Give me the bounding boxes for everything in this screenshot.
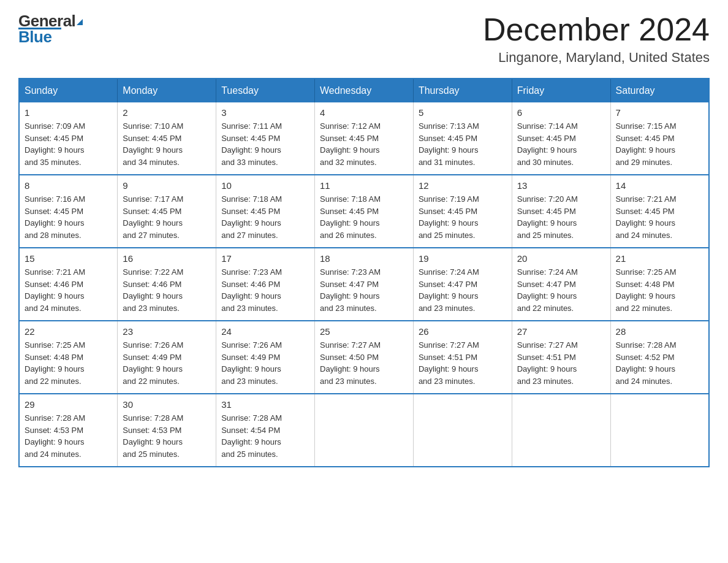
- col-thursday: Thursday: [413, 79, 512, 102]
- col-friday: Friday: [512, 79, 610, 102]
- day-number: 8: [25, 180, 112, 191]
- day-info: Sunrise: 7:26 AM Sunset: 4:49 PM Dayligh…: [221, 339, 309, 387]
- table-row: [610, 394, 709, 467]
- day-info: Sunrise: 7:15 AM Sunset: 4:45 PM Dayligh…: [616, 120, 703, 168]
- day-number: 22: [25, 326, 112, 337]
- day-info: Sunrise: 7:22 AM Sunset: 4:46 PM Dayligh…: [123, 266, 211, 314]
- col-wednesday: Wednesday: [315, 79, 414, 102]
- calendar-header-row: Sunday Monday Tuesday Wednesday Thursday…: [19, 79, 709, 102]
- table-row: 24 Sunrise: 7:26 AM Sunset: 4:49 PM Dayl…: [216, 321, 315, 394]
- day-info: Sunrise: 7:24 AM Sunset: 4:47 PM Dayligh…: [419, 266, 507, 314]
- day-number: 9: [123, 180, 211, 191]
- table-row: 2 Sunrise: 7:10 AM Sunset: 4:45 PM Dayli…: [118, 102, 216, 175]
- day-number: 5: [419, 107, 507, 118]
- table-row: 1 Sunrise: 7:09 AM Sunset: 4:45 PM Dayli…: [19, 102, 118, 175]
- day-info: Sunrise: 7:12 AM Sunset: 4:45 PM Dayligh…: [320, 120, 408, 168]
- day-number: 14: [616, 180, 703, 191]
- day-info: Sunrise: 7:18 AM Sunset: 4:45 PM Dayligh…: [221, 193, 309, 241]
- table-row: 19 Sunrise: 7:24 AM Sunset: 4:47 PM Dayl…: [413, 248, 512, 321]
- day-info: Sunrise: 7:23 AM Sunset: 4:47 PM Dayligh…: [320, 266, 408, 314]
- day-info: Sunrise: 7:21 AM Sunset: 4:45 PM Dayligh…: [616, 193, 703, 241]
- table-row: 14 Sunrise: 7:21 AM Sunset: 4:45 PM Dayl…: [610, 175, 709, 248]
- day-number: 12: [419, 180, 507, 191]
- table-row: 20 Sunrise: 7:24 AM Sunset: 4:47 PM Dayl…: [512, 248, 610, 321]
- day-number: 7: [616, 107, 703, 118]
- day-number: 29: [25, 399, 112, 410]
- table-row: 15 Sunrise: 7:21 AM Sunset: 4:46 PM Dayl…: [19, 248, 118, 321]
- table-row: 10 Sunrise: 7:18 AM Sunset: 4:45 PM Dayl…: [216, 175, 315, 248]
- table-row: 13 Sunrise: 7:20 AM Sunset: 4:45 PM Dayl…: [512, 175, 610, 248]
- day-info: Sunrise: 7:28 AM Sunset: 4:53 PM Dayligh…: [123, 412, 211, 460]
- day-number: 15: [25, 253, 112, 264]
- day-number: 20: [517, 253, 605, 264]
- table-row: 29 Sunrise: 7:28 AM Sunset: 4:53 PM Dayl…: [19, 394, 118, 467]
- day-info: Sunrise: 7:09 AM Sunset: 4:45 PM Dayligh…: [25, 120, 112, 168]
- day-info: Sunrise: 7:28 AM Sunset: 4:53 PM Dayligh…: [25, 412, 112, 460]
- day-info: Sunrise: 7:14 AM Sunset: 4:45 PM Dayligh…: [517, 120, 605, 168]
- day-number: 4: [320, 107, 408, 118]
- day-number: 26: [419, 326, 507, 337]
- day-number: 3: [221, 107, 309, 118]
- day-info: Sunrise: 7:28 AM Sunset: 4:52 PM Dayligh…: [616, 339, 703, 387]
- location-title: Linganore, Maryland, United States: [483, 50, 710, 66]
- table-row: [413, 394, 512, 467]
- day-number: 25: [320, 326, 408, 337]
- calendar-week-row: 1 Sunrise: 7:09 AM Sunset: 4:45 PM Dayli…: [19, 102, 709, 175]
- table-row: 3 Sunrise: 7:11 AM Sunset: 4:45 PM Dayli…: [216, 102, 315, 175]
- table-row: 9 Sunrise: 7:17 AM Sunset: 4:45 PM Dayli…: [118, 175, 216, 248]
- day-number: 2: [123, 107, 211, 118]
- logo: General Blue: [18, 12, 83, 45]
- day-info: Sunrise: 7:27 AM Sunset: 4:51 PM Dayligh…: [419, 339, 507, 387]
- day-number: 6: [517, 107, 605, 118]
- calendar-week-row: 29 Sunrise: 7:28 AM Sunset: 4:53 PM Dayl…: [19, 394, 709, 467]
- table-row: 4 Sunrise: 7:12 AM Sunset: 4:45 PM Dayli…: [315, 102, 414, 175]
- day-number: 24: [221, 326, 309, 337]
- day-number: 28: [616, 326, 703, 337]
- day-info: Sunrise: 7:19 AM Sunset: 4:45 PM Dayligh…: [419, 193, 507, 241]
- day-number: 1: [25, 107, 112, 118]
- table-row: 21 Sunrise: 7:25 AM Sunset: 4:48 PM Dayl…: [610, 248, 709, 321]
- day-info: Sunrise: 7:27 AM Sunset: 4:51 PM Dayligh…: [517, 339, 605, 387]
- day-info: Sunrise: 7:11 AM Sunset: 4:45 PM Dayligh…: [221, 120, 309, 168]
- day-number: 18: [320, 253, 408, 264]
- day-number: 16: [123, 253, 211, 264]
- day-number: 27: [517, 326, 605, 337]
- day-info: Sunrise: 7:26 AM Sunset: 4:49 PM Dayligh…: [123, 339, 211, 387]
- day-number: 17: [221, 253, 309, 264]
- table-row: 18 Sunrise: 7:23 AM Sunset: 4:47 PM Dayl…: [315, 248, 414, 321]
- table-row: 16 Sunrise: 7:22 AM Sunset: 4:46 PM Dayl…: [118, 248, 216, 321]
- day-info: Sunrise: 7:20 AM Sunset: 4:45 PM Dayligh…: [517, 193, 605, 241]
- day-info: Sunrise: 7:13 AM Sunset: 4:45 PM Dayligh…: [419, 120, 507, 168]
- day-number: 19: [419, 253, 507, 264]
- day-info: Sunrise: 7:16 AM Sunset: 4:45 PM Dayligh…: [25, 193, 112, 241]
- day-info: Sunrise: 7:25 AM Sunset: 4:48 PM Dayligh…: [616, 266, 703, 314]
- day-number: 11: [320, 180, 408, 191]
- day-number: 30: [123, 399, 211, 410]
- logo-triangle-icon: [77, 19, 83, 25]
- day-number: 13: [517, 180, 605, 191]
- day-info: Sunrise: 7:24 AM Sunset: 4:47 PM Dayligh…: [517, 266, 605, 314]
- logo-blue: Blue: [18, 28, 51, 46]
- calendar-week-row: 8 Sunrise: 7:16 AM Sunset: 4:45 PM Dayli…: [19, 175, 709, 248]
- day-info: Sunrise: 7:23 AM Sunset: 4:46 PM Dayligh…: [221, 266, 309, 314]
- table-row: 26 Sunrise: 7:27 AM Sunset: 4:51 PM Dayl…: [413, 321, 512, 394]
- col-saturday: Saturday: [610, 79, 709, 102]
- month-title: December 2024: [483, 12, 710, 47]
- col-tuesday: Tuesday: [216, 79, 315, 102]
- day-info: Sunrise: 7:25 AM Sunset: 4:48 PM Dayligh…: [25, 339, 112, 387]
- calendar-table: Sunday Monday Tuesday Wednesday Thursday…: [18, 78, 710, 467]
- table-row: 30 Sunrise: 7:28 AM Sunset: 4:53 PM Dayl…: [118, 394, 216, 467]
- table-row: [315, 394, 414, 467]
- table-row: 8 Sunrise: 7:16 AM Sunset: 4:45 PM Dayli…: [19, 175, 118, 248]
- table-row: 28 Sunrise: 7:28 AM Sunset: 4:52 PM Dayl…: [610, 321, 709, 394]
- day-info: Sunrise: 7:18 AM Sunset: 4:45 PM Dayligh…: [320, 193, 408, 241]
- day-number: 31: [221, 399, 309, 410]
- day-info: Sunrise: 7:10 AM Sunset: 4:45 PM Dayligh…: [123, 120, 211, 168]
- col-monday: Monday: [118, 79, 216, 102]
- day-number: 21: [616, 253, 703, 264]
- table-row: 23 Sunrise: 7:26 AM Sunset: 4:49 PM Dayl…: [118, 321, 216, 394]
- day-info: Sunrise: 7:21 AM Sunset: 4:46 PM Dayligh…: [25, 266, 112, 314]
- day-number: 10: [221, 180, 309, 191]
- calendar-week-row: 15 Sunrise: 7:21 AM Sunset: 4:46 PM Dayl…: [19, 248, 709, 321]
- day-info: Sunrise: 7:27 AM Sunset: 4:50 PM Dayligh…: [320, 339, 408, 387]
